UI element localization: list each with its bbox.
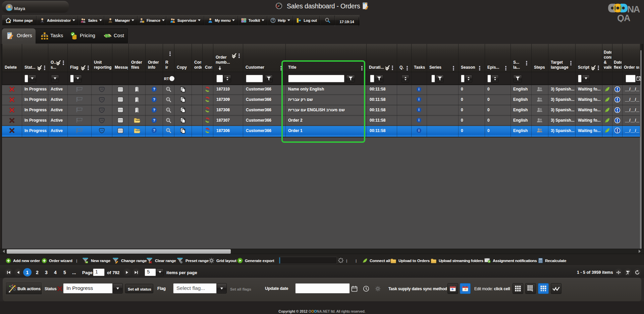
svg-text:?: ? (153, 97, 155, 101)
svg-text:i: i (419, 118, 420, 122)
svg-text:i: i (419, 129, 420, 132)
svg-text:i: i (419, 87, 420, 91)
svg-text:1-9: 1-9 (100, 98, 103, 100)
svg-text:?: ? (153, 87, 155, 91)
svg-text:?: ? (272, 18, 274, 22)
svg-text:?: ? (153, 108, 155, 112)
svg-text:i: i (419, 98, 420, 101)
svg-text:1-9: 1-9 (100, 88, 103, 90)
svg-text:QA: QA (617, 13, 630, 22)
svg-text:1-9: 1-9 (100, 129, 103, 131)
svg-text:i: i (419, 108, 420, 112)
svg-text:1-9: 1-9 (100, 109, 103, 111)
svg-text:?: ? (153, 118, 155, 122)
svg-text:?: ? (153, 128, 155, 132)
svg-text:1-9: 1-9 (100, 119, 103, 121)
